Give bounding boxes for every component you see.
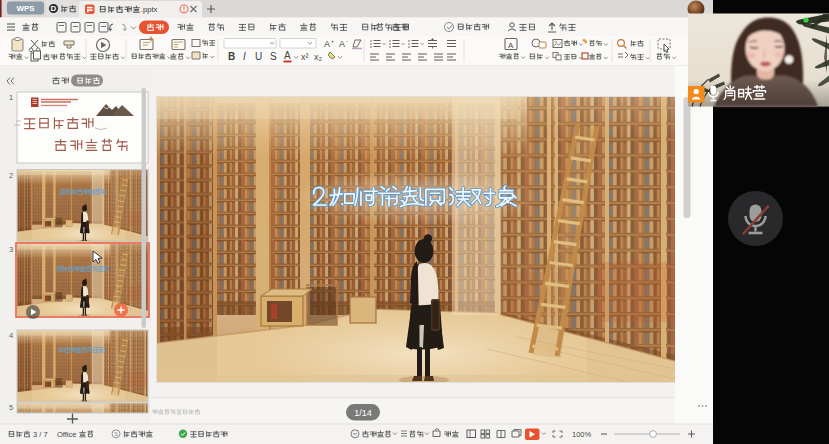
svg-text:2: 2 <box>9 171 13 180</box>
svg-text:5: 5 <box>9 403 13 412</box>
svg-text:x₂: x₂ <box>314 52 323 62</box>
svg-text:WPS: WPS <box>16 4 35 13</box>
svg-text:A: A <box>339 39 345 49</box>
svg-text:I: I <box>243 51 246 62</box>
svg-text:S: S <box>114 431 118 437</box>
svg-text:D: D <box>51 4 57 13</box>
svg-text:4: 4 <box>9 331 13 340</box>
svg-text:x²: x² <box>301 52 309 62</box>
svg-text:A: A <box>284 50 291 61</box>
svg-text:3: 3 <box>9 245 13 254</box>
svg-text:.pptx: .pptx <box>141 5 158 14</box>
svg-text:1: 1 <box>9 93 13 102</box>
svg-text:1/14: 1/14 <box>354 408 372 418</box>
svg-text:A: A <box>324 39 330 49</box>
svg-text:U: U <box>255 51 262 62</box>
svg-text:A: A <box>508 41 514 50</box>
svg-text:Office: Office <box>57 430 76 439</box>
svg-text:+: + <box>331 38 334 44</box>
svg-text:B: B <box>228 51 235 62</box>
svg-text:S: S <box>270 51 277 62</box>
svg-text:100%: 100% <box>572 430 592 439</box>
svg-text:3 / 7: 3 / 7 <box>33 430 48 439</box>
